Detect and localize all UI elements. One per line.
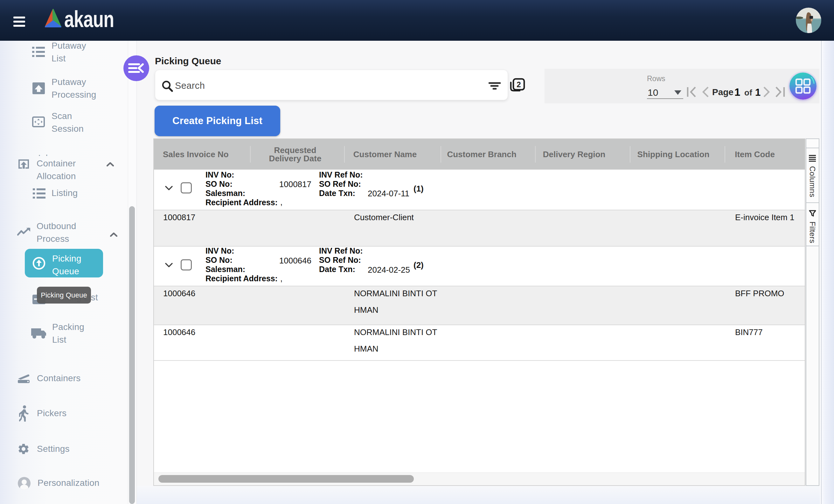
svg-text:2: 2 — [517, 80, 521, 89]
